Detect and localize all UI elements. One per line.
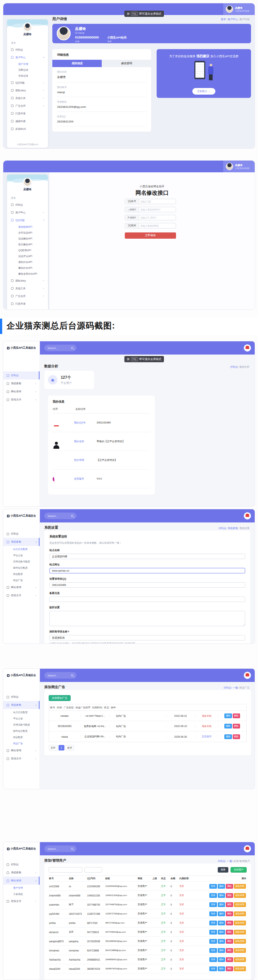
sidebar-item[interactable]: 用户管理 › [3, 885, 40, 891]
remove-permission-button[interactable]: 移除权限 [234, 966, 246, 971]
info-name[interactable]: 您的等级 [74, 458, 97, 462]
breadcrumb-item[interactable]: 数据分析 [238, 365, 250, 369]
account-avatar[interactable] [244, 845, 251, 853]
sidebar-item[interactable]: 控制台 › [3, 693, 40, 701]
breadcrumb[interactable]: 控制台系统参数系统设置 [218, 527, 250, 530]
delete-button[interactable]: 删除 [226, 893, 233, 898]
settings-input[interactable] [49, 582, 245, 588]
add-user-button[interactable]: 添加用户 [231, 867, 247, 873]
breadcrumb-item[interactable]: 控制台 [218, 859, 225, 863]
sidebar-item[interactable]: 说说评论API › [7, 253, 48, 259]
breadcrumb-item[interactable]: 商业广告 [238, 686, 250, 690]
breadcrumb[interactable]: 基本用户中心用户详情 [221, 18, 250, 21]
edit-button[interactable]: 编辑 [218, 921, 225, 925]
login-as-button[interactable]: 登录 [209, 948, 217, 953]
settings-textarea[interactable] [49, 611, 245, 626]
form-input[interactable] [139, 215, 176, 220]
login-as-button[interactable]: 登录 [209, 957, 217, 962]
breadcrumb[interactable]: 控制台数据分析 [230, 365, 250, 369]
login-as-button[interactable]: 登录 [209, 893, 217, 898]
sidebar-item[interactable]: 系统参数 › [3, 538, 40, 546]
sidebar-item[interactable]: 用户详情 › [7, 61, 48, 67]
login-as-button[interactable]: 登录 [209, 939, 217, 944]
sidebar-item[interactable]: 登录记录 › [7, 73, 48, 79]
sidebar-item[interactable]: 邮件短信配置 › [3, 728, 40, 734]
breadcrumb[interactable]: 控制台一般添加/管理用户 [218, 859, 250, 863]
delete-button[interactable]: 删除 [233, 724, 240, 729]
sidebar-item[interactable]: 打赏作者 › [7, 300, 48, 308]
edit-button[interactable]: 编辑 [218, 884, 225, 889]
sidebar-item[interactable]: 网站管理 › [3, 877, 40, 885]
sidebar-item[interactable]: 网站管理 › [3, 388, 40, 396]
edit-button[interactable]: 编辑 [224, 724, 232, 729]
sidebar-item[interactable]: 删除好友API › [7, 265, 48, 271]
account-avatar[interactable] [244, 672, 251, 679]
sidebar-item[interactable]: 控制台 › [3, 371, 40, 379]
info-name[interactable]: 我的名称 [74, 439, 97, 443]
edit-button[interactable]: 编辑 [218, 948, 225, 953]
sidebar-item[interactable]: 广告合作 › [7, 102, 48, 110]
search-box[interactable]: Search... [44, 512, 76, 519]
sidebar-item[interactable]: 邮件短信配置 › [3, 565, 40, 571]
sidebar-item[interactable]: 工单系统 › [3, 891, 40, 897]
breadcrumb-item[interactable]: 添加/管理用户 [232, 859, 250, 863]
sidebar-item[interactable]: 控制台 › [7, 201, 48, 208]
remove-permission-button[interactable]: 移除权限 [234, 957, 246, 962]
account-avatar[interactable] [244, 344, 251, 352]
search-box[interactable]: Search... [44, 845, 76, 852]
settings-input[interactable] [49, 597, 245, 602]
delete-button[interactable]: 删除 [226, 884, 233, 889]
tab-change-password[interactable]: 修改密码 [102, 60, 151, 67]
search-button[interactable]: 搜索 [218, 867, 228, 873]
sidebar-item[interactable]: 控制台 › [3, 861, 40, 869]
edit-button[interactable]: 编辑 [224, 734, 232, 739]
edit-button[interactable]: 编辑 [218, 939, 225, 944]
page-button[interactable]: 首页 [49, 745, 57, 751]
remove-permission-button[interactable]: 移除权限 [234, 902, 246, 907]
edit-button[interactable]: 编辑 [218, 912, 225, 916]
sidebar-item[interactable]: 在线支付 › [3, 754, 40, 763]
settings-input[interactable] [49, 554, 245, 559]
delete-button[interactable]: 删除 [226, 921, 233, 925]
sidebar-item[interactable]: 获取好友API › [7, 259, 48, 265]
sidebar-item[interactable]: 站点信息配置 › [3, 709, 40, 715]
form-input[interactable] [139, 199, 176, 204]
breadcrumb-item[interactable]: 用户详情 [238, 18, 250, 21]
sidebar-item[interactable]: 商业广告 › [3, 740, 40, 746]
sidebar-item[interactable]: 其他工具 › [7, 285, 48, 292]
remove-permission-button[interactable]: 移除权限 [234, 884, 246, 889]
delete-button[interactable]: 删除 [226, 966, 233, 971]
sidebar-item[interactable]: 管理员账号配置 › [3, 558, 40, 565]
delete-button[interactable]: 删除 [226, 957, 233, 962]
remove-permission-button[interactable]: 移除权限 [234, 893, 246, 898]
sidebar-item[interactable]: QQ秒赞API › [7, 248, 48, 253]
breadcrumb[interactable]: 控制台一般商业广告 [223, 686, 250, 690]
page-button[interactable]: 1 [59, 745, 65, 751]
edit-button[interactable]: 编辑 [224, 713, 232, 718]
delete-button[interactable]: 删除 [226, 912, 233, 916]
breadcrumb-item[interactable]: 系统设置 [238, 527, 250, 530]
sidebar-item[interactable]: 用户中心 › [7, 54, 48, 61]
info-name[interactable]: 当前版本 [74, 477, 97, 480]
sidebar-item[interactable]: 感谢列表 › [7, 117, 48, 125]
edit-button[interactable]: 编辑 [218, 930, 225, 934]
info-name[interactable]: 我的QQ号 [74, 421, 97, 425]
sidebar-item[interactable]: 留言删除API › [7, 242, 48, 248]
edit-button[interactable]: 编辑 [218, 893, 225, 898]
login-as-button[interactable]: 登录 [209, 902, 217, 907]
search-icon[interactable] [71, 347, 73, 349]
sidebar-item[interactable]: 商业配置 › [3, 734, 40, 740]
breadcrumb-item[interactable]: 控制台 [230, 365, 238, 369]
breadcrumb-item[interactable]: 系统参数 [226, 527, 238, 530]
sidebar-item[interactable]: QQ功能 › [7, 79, 48, 86]
search-box[interactable]: Search... [44, 672, 76, 679]
settings-input[interactable] [49, 568, 245, 573]
account-box[interactable]: 吴樱奇 小西瓜API站长 [223, 161, 255, 172]
sidebar-item[interactable]: 控制台 › [3, 530, 40, 538]
form-input[interactable] [139, 207, 176, 212]
sidebar-item[interactable]: 说说删除API › [7, 236, 48, 242]
join-group-button[interactable]: 立刻加入 → [193, 88, 215, 95]
search-icon[interactable] [71, 848, 73, 850]
edit-button[interactable]: 编辑 [218, 957, 225, 962]
sidebar-item[interactable]: 控制台 › [7, 46, 48, 54]
